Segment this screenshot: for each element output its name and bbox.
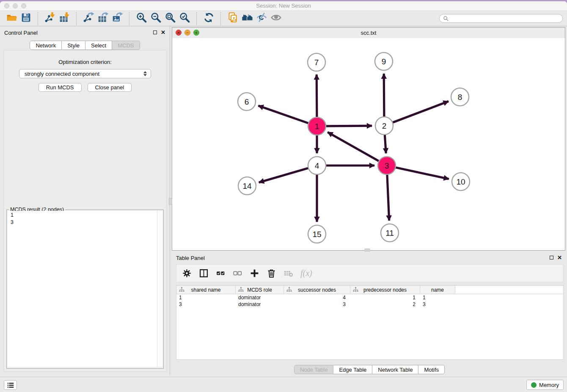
- table-row[interactable]: 3dominator323: [176, 301, 563, 308]
- open-folder-button[interactable]: [4, 12, 19, 25]
- tab-network[interactable]: Network: [30, 41, 62, 50]
- network-canvas[interactable]: 7968124314101511: [172, 38, 565, 250]
- vertical-splitter-handle[interactable]: [169, 198, 172, 205]
- cell-shared-name[interactable]: 3: [176, 301, 236, 307]
- tab-style[interactable]: Style: [62, 41, 85, 50]
- search-box[interactable]: [439, 14, 563, 23]
- export-network-button[interactable]: [81, 12, 96, 25]
- result-scrollbar[interactable]: [157, 211, 162, 367]
- cell-predecessor-nodes[interactable]: 1: [350, 295, 420, 301]
- gear-button[interactable]: [182, 268, 192, 278]
- column-header-shared-name[interactable]: shared name: [176, 286, 236, 294]
- gear-icon: [182, 268, 192, 278]
- tab-edge-table[interactable]: Edge Table: [333, 365, 372, 374]
- cell-name[interactable]: 1: [420, 295, 455, 301]
- network-frame-titlebar[interactable]: ✕ − + scc.txt: [172, 28, 565, 39]
- column-header-predecessor-nodes[interactable]: predecessor nodes: [350, 286, 420, 294]
- refresh-button[interactable]: [201, 12, 216, 25]
- memory-button[interactable]: Memory: [526, 380, 564, 390]
- export-table-button[interactable]: [96, 12, 110, 25]
- zoom-selected-button[interactable]: [177, 12, 192, 25]
- columns-button[interactable]: [199, 268, 209, 278]
- task-history-button[interactable]: [4, 380, 17, 390]
- import-table-button[interactable]: [57, 12, 72, 25]
- zoom-fit-button[interactable]: [163, 12, 177, 25]
- node-10[interactable]: 10: [452, 173, 470, 190]
- node-label: 6: [245, 97, 249, 106]
- node-6[interactable]: 6: [238, 93, 256, 110]
- node-8[interactable]: 8: [451, 88, 469, 106]
- edge-1-2[interactable]: [326, 126, 372, 126]
- edge-3-1[interactable]: [328, 132, 379, 161]
- add-button[interactable]: [250, 268, 259, 278]
- minimize-frame-icon[interactable]: −: [184, 30, 190, 36]
- run-mcds-button[interactable]: Run MCDS: [39, 83, 82, 92]
- close-panel-button[interactable]: Close panel: [88, 83, 132, 92]
- table-row[interactable]: 1dominator411: [176, 294, 563, 301]
- maximize-window-icon[interactable]: [21, 3, 26, 8]
- cell-shared-name[interactable]: 1: [176, 295, 236, 301]
- tab-node-table[interactable]: Node Table: [294, 365, 334, 374]
- cell-MCDS-role[interactable]: dominator: [236, 295, 284, 301]
- cell-MCDS-role[interactable]: dominator: [236, 301, 284, 307]
- tab-network-table[interactable]: Network Table: [372, 365, 418, 374]
- minimize-window-icon[interactable]: [13, 3, 18, 8]
- column-header-successor-nodes[interactable]: successor nodes: [284, 286, 350, 294]
- select-all-button[interactable]: [216, 268, 226, 278]
- edge-4-14[interactable]: [259, 168, 308, 182]
- close-frame-icon[interactable]: ✕: [176, 30, 182, 36]
- control-panel: Control Panel ✕ NetworkStyleSelectMCDS O…: [0, 26, 170, 375]
- column-header-MCDS-role[interactable]: MCDS role: [236, 286, 284, 294]
- node-2[interactable]: 2: [375, 117, 393, 135]
- edge-2-9[interactable]: [384, 74, 384, 117]
- export-image-button[interactable]: [110, 12, 124, 25]
- eye-button[interactable]: [269, 12, 283, 25]
- close-window-icon[interactable]: [4, 3, 9, 8]
- edge-2-8[interactable]: [393, 101, 449, 122]
- cell-successor-nodes[interactable]: 4: [284, 295, 350, 301]
- edge-1-6[interactable]: [258, 106, 308, 124]
- edge-3-11[interactable]: [387, 174, 389, 221]
- node-14[interactable]: 14: [238, 177, 256, 195]
- toolbar-separator: [220, 12, 221, 25]
- column-header-name[interactable]: name: [420, 286, 455, 294]
- tab-select[interactable]: Select: [85, 41, 112, 50]
- float-panel-icon[interactable]: [153, 30, 157, 34]
- tab-motifs[interactable]: Motifs: [418, 365, 445, 374]
- edge-1-7[interactable]: [317, 75, 317, 117]
- cell-predecessor-nodes[interactable]: 2: [350, 301, 420, 307]
- deselect-all-button[interactable]: [233, 268, 242, 278]
- zoom-fit-icon: [165, 12, 176, 25]
- close-table-panel-icon[interactable]: ✕: [557, 255, 562, 260]
- zoom-out-button[interactable]: [149, 12, 163, 25]
- node-4[interactable]: 4: [308, 157, 326, 174]
- node-3[interactable]: 3: [378, 157, 396, 174]
- cell-successor-nodes[interactable]: 3: [284, 301, 350, 307]
- cell-name[interactable]: 3: [420, 301, 455, 307]
- maximize-frame-icon[interactable]: +: [193, 30, 199, 36]
- zoom-in-button[interactable]: [134, 12, 149, 25]
- node-9[interactable]: 9: [375, 52, 393, 70]
- tab-mcds[interactable]: MCDS: [112, 41, 140, 50]
- node-table[interactable]: shared nameMCDS rolesuccessor nodesprede…: [176, 285, 564, 360]
- node-1[interactable]: 1: [308, 117, 326, 135]
- criterion-select[interactable]: strongly connected component: [19, 69, 151, 78]
- node-label: 7: [314, 58, 319, 67]
- import-network-button[interactable]: [43, 12, 57, 25]
- node-15[interactable]: 15: [308, 225, 326, 243]
- close-panel-icon[interactable]: ✕: [161, 30, 165, 35]
- trash-button[interactable]: [267, 268, 276, 278]
- node-11[interactable]: 11: [381, 224, 399, 242]
- edge-2-3[interactable]: [385, 135, 386, 153]
- houses-button[interactable]: [240, 12, 254, 25]
- node-7[interactable]: 7: [308, 53, 325, 71]
- eye-slash-button[interactable]: [254, 12, 269, 25]
- save-button[interactable]: [19, 12, 33, 25]
- edge-3-10[interactable]: [396, 168, 449, 179]
- search-input[interactable]: [451, 15, 559, 22]
- mcds-result-text[interactable]: 13: [8, 211, 162, 367]
- float-table-panel-icon[interactable]: [550, 256, 553, 259]
- duplicate-network-button[interactable]: [226, 12, 240, 25]
- window-controls[interactable]: [4, 3, 26, 8]
- horizontal-splitter-handle[interactable]: [364, 248, 370, 251]
